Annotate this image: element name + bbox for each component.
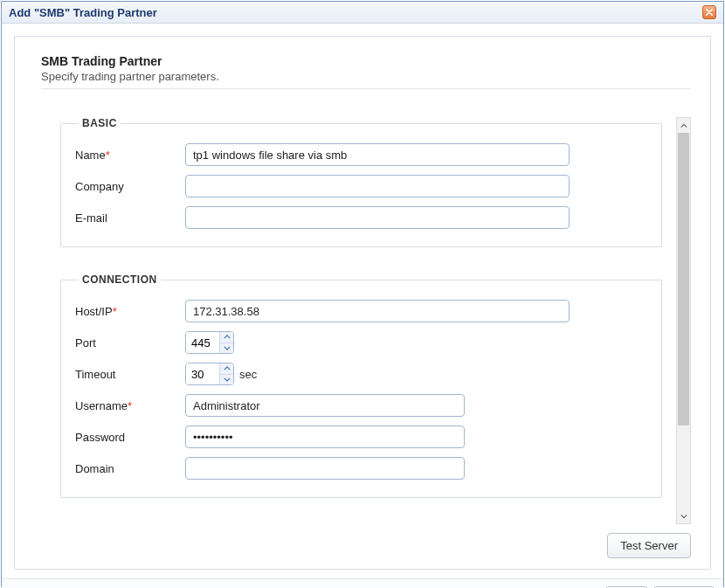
port-step-up[interactable]: [220, 332, 233, 343]
dialog-footer: OK Cancel: [2, 578, 723, 588]
chevron-up-icon: [224, 335, 231, 339]
email-label: E-mail: [75, 211, 185, 225]
test-server-button[interactable]: Test Server: [607, 533, 691, 558]
row-company: Company: [75, 175, 647, 197]
titlebar: Add "SMB" Trading Partner: [2, 2, 723, 24]
timeout-input[interactable]: [186, 363, 219, 384]
port-input[interactable]: [186, 332, 219, 353]
timeout-step-up[interactable]: [220, 363, 233, 375]
row-domain: Domain: [75, 457, 647, 480]
host-input[interactable]: [185, 300, 570, 322]
port-step-down[interactable]: [220, 343, 233, 354]
close-icon: [706, 9, 713, 16]
scroll-thumb[interactable]: [678, 133, 689, 425]
inner-panel: SMB Trading Partner Specify trading part…: [14, 36, 711, 570]
password-input[interactable]: [185, 425, 465, 448]
timeout-step-down[interactable]: [220, 375, 233, 385]
company-input[interactable]: [185, 175, 570, 197]
chevron-down-icon: [224, 346, 231, 350]
username-label: Username*: [75, 399, 185, 412]
row-port: Port: [75, 331, 647, 354]
row-name: Name*: [75, 143, 647, 166]
timeout-stepper: [219, 363, 233, 384]
row-email: E-mail: [75, 206, 647, 229]
basic-group: BASIC Name* Company E-mail: [60, 117, 662, 247]
domain-label: Domain: [75, 462, 185, 475]
scroll-down-button[interactable]: [677, 508, 690, 523]
required-marker: *: [113, 305, 117, 318]
chevron-up-icon: [680, 123, 687, 128]
email-input[interactable]: [185, 206, 570, 229]
row-password: Password: [75, 425, 647, 448]
close-button[interactable]: [702, 5, 716, 19]
panel-title: SMB Trading Partner: [41, 54, 691, 68]
scroll-track[interactable]: [677, 133, 690, 508]
timeout-spinner: [185, 363, 234, 385]
connection-legend: CONNECTION: [79, 273, 161, 286]
username-input[interactable]: [185, 394, 465, 417]
port-stepper: [219, 332, 233, 353]
connection-group: CONNECTION Host/IP* Port: [60, 273, 662, 498]
port-label: Port: [75, 336, 185, 349]
row-timeout: Timeout sec: [75, 363, 647, 385]
required-marker: *: [128, 399, 132, 412]
domain-input[interactable]: [185, 457, 465, 480]
dialog-body: SMB Trading Partner Specify trading part…: [2, 24, 723, 578]
timeout-label: Timeout: [75, 368, 185, 381]
vertical-scrollbar[interactable]: [676, 117, 691, 524]
row-host: Host/IP*: [75, 300, 647, 322]
chevron-down-icon: [680, 514, 687, 519]
chevron-up-icon: [224, 366, 231, 370]
panel-footer: Test Server: [41, 524, 691, 558]
port-spinner: [185, 331, 234, 354]
panel-header: SMB Trading Partner Specify trading part…: [41, 54, 691, 89]
required-marker: *: [106, 149, 110, 162]
timeout-unit: sec: [239, 368, 257, 381]
form-area: BASIC Name* Company E-mail: [41, 117, 673, 524]
password-label: Password: [75, 431, 185, 444]
scroll-up-button[interactable]: [677, 118, 690, 133]
chevron-down-icon: [224, 377, 231, 382]
name-input[interactable]: [185, 143, 570, 166]
row-username: Username*: [75, 394, 647, 417]
host-label: Host/IP*: [75, 305, 185, 318]
scroll-area: BASIC Name* Company E-mail: [41, 117, 691, 524]
divider: [41, 88, 691, 89]
panel-subtitle: Specify trading partner parameters.: [41, 70, 691, 83]
company-label: Company: [75, 180, 185, 193]
dialog: Add "SMB" Trading Partner SMB Trading Pa…: [1, 1, 724, 587]
dialog-title: Add "SMB" Trading Partner: [9, 6, 157, 19]
name-label: Name*: [75, 149, 185, 162]
basic-legend: BASIC: [79, 117, 121, 129]
